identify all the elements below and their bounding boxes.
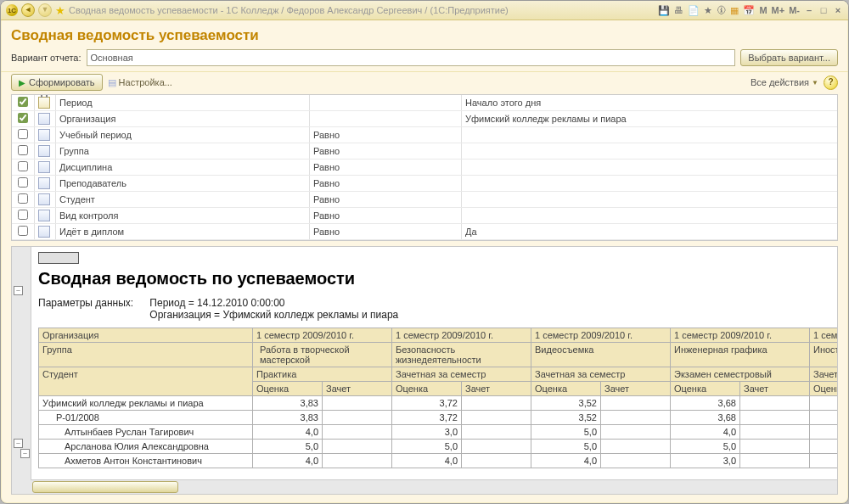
save-icon[interactable]: 💾	[658, 5, 670, 16]
outline-toggle[interactable]: –	[14, 286, 23, 295]
document-icon	[38, 226, 50, 238]
document-icon	[38, 210, 50, 221]
scrollbar-thumb[interactable]	[32, 481, 178, 493]
filter-row[interactable]: ГруппаРавно	[12, 143, 837, 160]
cell	[601, 440, 671, 454]
filter-value[interactable]	[462, 176, 838, 192]
settings-button[interactable]: ▤ Настройка...	[108, 77, 172, 88]
print-icon[interactable]: 🖶	[674, 5, 683, 15]
filter-row[interactable]: СтудентРавно	[12, 192, 837, 208]
filter-name: Преподаватель	[56, 176, 310, 192]
cell: 4,0	[253, 454, 323, 468]
info-icon[interactable]: 🛈	[717, 5, 726, 15]
col-student: Студент	[39, 367, 253, 396]
filter-value[interactable]: Уфимский колледж рекламы и пиара	[462, 111, 838, 127]
table-row[interactable]: Ахметов Антон Константинович4,04,04,03,0…	[39, 454, 838, 468]
cell: 4,0	[810, 454, 838, 468]
cell	[323, 425, 392, 440]
filter-value[interactable]	[462, 127, 838, 143]
filter-value[interactable]: Начало этого дня	[462, 95, 838, 111]
filter-condition[interactable]: Равно	[310, 208, 462, 224]
play-icon: ▶	[19, 78, 25, 87]
filter-condition[interactable]: Равно	[310, 127, 462, 143]
filter-value[interactable]	[462, 160, 838, 176]
param-period: Период = 14.12.2010 0:00:00	[149, 297, 284, 309]
filter-row[interactable]: ОрганизацияУфимский колледж рекламы и пи…	[12, 111, 837, 127]
col-zach: Зачет	[462, 382, 531, 396]
filter-condition[interactable]: Равно	[310, 143, 462, 160]
maximize-button[interactable]: □	[818, 5, 829, 15]
cell	[462, 454, 531, 468]
filter-checkbox[interactable]	[18, 161, 28, 171]
filter-condition[interactable]: Равно	[310, 192, 462, 208]
variant-input[interactable]	[87, 49, 736, 66]
filter-checkbox[interactable]	[18, 177, 28, 188]
memory-mminus-button[interactable]: M-	[789, 5, 800, 15]
table-row[interactable]: Алтынбаев Руслан Тагирович4,03,05,04,03,…	[39, 425, 838, 440]
filter-condition[interactable]	[310, 111, 462, 127]
filter-checkbox[interactable]	[18, 193, 28, 204]
copy-icon[interactable]: 📄	[688, 5, 700, 16]
filter-checkbox[interactable]	[18, 113, 28, 123]
minimize-button[interactable]: –	[804, 5, 814, 15]
favorite2-icon[interactable]: ★	[704, 5, 712, 16]
app-window: 1C ◄ ▼ ★ Сводная ведомость успеваемости …	[0, 0, 849, 504]
document-icon	[38, 193, 50, 205]
col-zach: Зачет	[740, 382, 810, 396]
calendar-icon	[38, 97, 50, 109]
cell: 3,0	[392, 425, 462, 440]
cell	[740, 411, 810, 425]
document-icon	[38, 161, 50, 173]
cell	[601, 411, 671, 425]
scrollbar-horizontal[interactable]	[31, 479, 837, 494]
col-ctrl: Зачетная за семестр	[531, 367, 671, 382]
filter-row[interactable]: Учебный периодРавно	[12, 127, 837, 143]
filter-value[interactable]	[462, 143, 838, 160]
cell: 4,0	[531, 454, 601, 468]
filter-condition[interactable]: Равно	[310, 176, 462, 192]
filter-checkbox[interactable]	[18, 129, 28, 139]
filter-name: Вид контроля	[56, 208, 310, 224]
col-mark: Оценка	[531, 382, 601, 396]
table-row[interactable]: Арсланова Юлия Александровна5,05,05,05,0…	[39, 440, 838, 454]
filter-value[interactable]: Да	[462, 224, 838, 240]
filter-row[interactable]: ПериодНачало этого дня	[12, 95, 837, 111]
memory-m-button[interactable]: M	[759, 5, 767, 15]
all-actions-button[interactable]: Все действия ▼	[751, 77, 818, 87]
table-row[interactable]: Р-01/20083,833,723,523,683,60	[39, 411, 838, 425]
outline-toggle[interactable]: –	[20, 449, 30, 458]
col-disc: Иностранный язык	[810, 343, 838, 367]
cell	[462, 411, 531, 425]
filter-row[interactable]: ПреподавательРавно	[12, 176, 837, 192]
filter-condition[interactable]: Равно	[310, 224, 462, 240]
nav-back-icon[interactable]: ◄	[21, 3, 35, 17]
calendar-icon[interactable]: 📅	[743, 5, 755, 16]
filter-checkbox[interactable]	[18, 226, 28, 236]
cell: 3,72	[392, 411, 462, 425]
filter-condition[interactable]: Равно	[310, 160, 462, 176]
outline-toggle[interactable]: –	[14, 439, 23, 448]
filter-value[interactable]	[462, 192, 838, 208]
filter-value[interactable]	[462, 208, 838, 224]
help-icon[interactable]: ?	[824, 76, 838, 90]
filter-row[interactable]: Идёт в дипломРавноДа	[12, 224, 837, 240]
favorite-icon[interactable]: ★	[55, 4, 65, 17]
filter-checkbox[interactable]	[18, 97, 28, 107]
table-row[interactable]: Уфимский колледж рекламы и пиара3,833,72…	[39, 396, 838, 411]
col-ctrl: Экзамен семестровый	[671, 367, 810, 382]
col-sem: 1 семестр 2009/2010 г.	[810, 328, 838, 343]
nav-fwd-icon[interactable]: ▼	[38, 3, 52, 17]
cell	[462, 425, 531, 440]
generate-button[interactable]: ▶ Сформировать	[11, 74, 103, 91]
filter-row[interactable]: Вид контроляРавно	[12, 208, 837, 224]
filter-checkbox[interactable]	[18, 210, 28, 220]
close-button[interactable]: ×	[833, 5, 843, 15]
filter-condition[interactable]	[310, 95, 462, 111]
filter-checkbox[interactable]	[18, 145, 28, 155]
col-sem: 1 семестр 2009/2010 г.	[253, 328, 392, 343]
app-icon: 1C	[6, 4, 18, 16]
filter-row[interactable]: ДисциплинаРавно	[12, 160, 837, 176]
choose-variant-button[interactable]: Выбрать вариант...	[740, 49, 838, 66]
calc-icon[interactable]: ▦	[730, 5, 739, 16]
memory-mplus-button[interactable]: M+	[772, 5, 785, 15]
